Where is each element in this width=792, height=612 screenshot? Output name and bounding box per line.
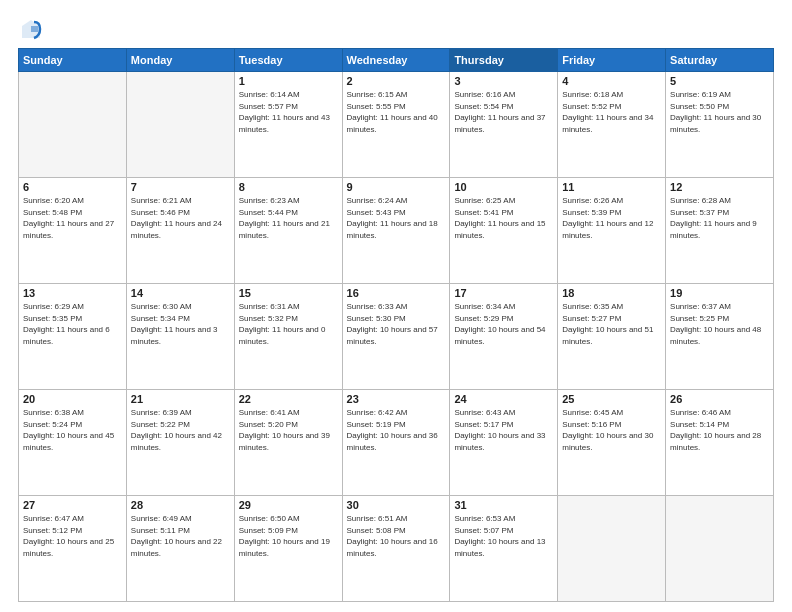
day-number: 5: [670, 75, 769, 87]
day-number: 14: [131, 287, 230, 299]
day-number: 22: [239, 393, 338, 405]
day-info: Sunrise: 6:24 AMSunset: 5:43 PMDaylight:…: [347, 195, 446, 241]
day-info: Sunrise: 6:34 AMSunset: 5:29 PMDaylight:…: [454, 301, 553, 347]
calendar-cell: 2Sunrise: 6:15 AMSunset: 5:55 PMDaylight…: [342, 72, 450, 178]
day-info: Sunrise: 6:16 AMSunset: 5:54 PMDaylight:…: [454, 89, 553, 135]
calendar-cell: 24Sunrise: 6:43 AMSunset: 5:17 PMDayligh…: [450, 390, 558, 496]
calendar-week-3: 13Sunrise: 6:29 AMSunset: 5:35 PMDayligh…: [19, 284, 774, 390]
day-info: Sunrise: 6:35 AMSunset: 5:27 PMDaylight:…: [562, 301, 661, 347]
day-number: 25: [562, 393, 661, 405]
calendar-cell: 1Sunrise: 6:14 AMSunset: 5:57 PMDaylight…: [234, 72, 342, 178]
day-info: Sunrise: 6:51 AMSunset: 5:08 PMDaylight:…: [347, 513, 446, 559]
calendar-cell: 8Sunrise: 6:23 AMSunset: 5:44 PMDaylight…: [234, 178, 342, 284]
day-info: Sunrise: 6:42 AMSunset: 5:19 PMDaylight:…: [347, 407, 446, 453]
day-info: Sunrise: 6:41 AMSunset: 5:20 PMDaylight:…: [239, 407, 338, 453]
calendar-cell: 14Sunrise: 6:30 AMSunset: 5:34 PMDayligh…: [126, 284, 234, 390]
calendar-week-5: 27Sunrise: 6:47 AMSunset: 5:12 PMDayligh…: [19, 496, 774, 602]
day-number: 15: [239, 287, 338, 299]
calendar-cell: 21Sunrise: 6:39 AMSunset: 5:22 PMDayligh…: [126, 390, 234, 496]
day-number: 3: [454, 75, 553, 87]
weekday-header-tuesday: Tuesday: [234, 49, 342, 72]
day-number: 31: [454, 499, 553, 511]
day-number: 2: [347, 75, 446, 87]
calendar-cell: [126, 72, 234, 178]
calendar-cell: 27Sunrise: 6:47 AMSunset: 5:12 PMDayligh…: [19, 496, 127, 602]
calendar-cell: 22Sunrise: 6:41 AMSunset: 5:20 PMDayligh…: [234, 390, 342, 496]
day-number: 20: [23, 393, 122, 405]
calendar-cell: 9Sunrise: 6:24 AMSunset: 5:43 PMDaylight…: [342, 178, 450, 284]
calendar-cell: 7Sunrise: 6:21 AMSunset: 5:46 PMDaylight…: [126, 178, 234, 284]
calendar-week-4: 20Sunrise: 6:38 AMSunset: 5:24 PMDayligh…: [19, 390, 774, 496]
weekday-header-thursday: Thursday: [450, 49, 558, 72]
day-number: 24: [454, 393, 553, 405]
weekday-header-row: SundayMondayTuesdayWednesdayThursdayFrid…: [19, 49, 774, 72]
day-number: 28: [131, 499, 230, 511]
calendar-cell: 28Sunrise: 6:49 AMSunset: 5:11 PMDayligh…: [126, 496, 234, 602]
day-info: Sunrise: 6:14 AMSunset: 5:57 PMDaylight:…: [239, 89, 338, 135]
day-info: Sunrise: 6:49 AMSunset: 5:11 PMDaylight:…: [131, 513, 230, 559]
calendar-cell: 30Sunrise: 6:51 AMSunset: 5:08 PMDayligh…: [342, 496, 450, 602]
day-info: Sunrise: 6:30 AMSunset: 5:34 PMDaylight:…: [131, 301, 230, 347]
calendar-cell: 3Sunrise: 6:16 AMSunset: 5:54 PMDaylight…: [450, 72, 558, 178]
calendar-table: SundayMondayTuesdayWednesdayThursdayFrid…: [18, 48, 774, 602]
day-info: Sunrise: 6:18 AMSunset: 5:52 PMDaylight:…: [562, 89, 661, 135]
day-number: 4: [562, 75, 661, 87]
weekday-header-sunday: Sunday: [19, 49, 127, 72]
calendar-week-2: 6Sunrise: 6:20 AMSunset: 5:48 PMDaylight…: [19, 178, 774, 284]
logo: [18, 18, 42, 40]
day-info: Sunrise: 6:45 AMSunset: 5:16 PMDaylight:…: [562, 407, 661, 453]
weekday-header-friday: Friday: [558, 49, 666, 72]
calendar-cell: 18Sunrise: 6:35 AMSunset: 5:27 PMDayligh…: [558, 284, 666, 390]
calendar-cell: 31Sunrise: 6:53 AMSunset: 5:07 PMDayligh…: [450, 496, 558, 602]
day-number: 26: [670, 393, 769, 405]
day-info: Sunrise: 6:26 AMSunset: 5:39 PMDaylight:…: [562, 195, 661, 241]
calendar-cell: 12Sunrise: 6:28 AMSunset: 5:37 PMDayligh…: [666, 178, 774, 284]
calendar-cell: 4Sunrise: 6:18 AMSunset: 5:52 PMDaylight…: [558, 72, 666, 178]
calendar-cell: 17Sunrise: 6:34 AMSunset: 5:29 PMDayligh…: [450, 284, 558, 390]
day-info: Sunrise: 6:31 AMSunset: 5:32 PMDaylight:…: [239, 301, 338, 347]
calendar-cell: 25Sunrise: 6:45 AMSunset: 5:16 PMDayligh…: [558, 390, 666, 496]
calendar-cell: [19, 72, 127, 178]
day-number: 23: [347, 393, 446, 405]
calendar-cell: 19Sunrise: 6:37 AMSunset: 5:25 PMDayligh…: [666, 284, 774, 390]
day-info: Sunrise: 6:46 AMSunset: 5:14 PMDaylight:…: [670, 407, 769, 453]
day-number: 12: [670, 181, 769, 193]
day-number: 8: [239, 181, 338, 193]
logo-icon: [20, 18, 42, 40]
calendar-cell: 15Sunrise: 6:31 AMSunset: 5:32 PMDayligh…: [234, 284, 342, 390]
day-number: 6: [23, 181, 122, 193]
day-number: 30: [347, 499, 446, 511]
calendar-cell: 6Sunrise: 6:20 AMSunset: 5:48 PMDaylight…: [19, 178, 127, 284]
day-info: Sunrise: 6:29 AMSunset: 5:35 PMDaylight:…: [23, 301, 122, 347]
calendar-cell: 20Sunrise: 6:38 AMSunset: 5:24 PMDayligh…: [19, 390, 127, 496]
day-info: Sunrise: 6:47 AMSunset: 5:12 PMDaylight:…: [23, 513, 122, 559]
day-number: 18: [562, 287, 661, 299]
day-number: 9: [347, 181, 446, 193]
day-number: 17: [454, 287, 553, 299]
calendar-cell: 13Sunrise: 6:29 AMSunset: 5:35 PMDayligh…: [19, 284, 127, 390]
day-info: Sunrise: 6:50 AMSunset: 5:09 PMDaylight:…: [239, 513, 338, 559]
day-number: 21: [131, 393, 230, 405]
day-number: 1: [239, 75, 338, 87]
weekday-header-wednesday: Wednesday: [342, 49, 450, 72]
day-info: Sunrise: 6:20 AMSunset: 5:48 PMDaylight:…: [23, 195, 122, 241]
day-info: Sunrise: 6:23 AMSunset: 5:44 PMDaylight:…: [239, 195, 338, 241]
day-info: Sunrise: 6:43 AMSunset: 5:17 PMDaylight:…: [454, 407, 553, 453]
calendar-cell: [558, 496, 666, 602]
day-info: Sunrise: 6:38 AMSunset: 5:24 PMDaylight:…: [23, 407, 122, 453]
header: [18, 18, 774, 40]
weekday-header-saturday: Saturday: [666, 49, 774, 72]
day-info: Sunrise: 6:33 AMSunset: 5:30 PMDaylight:…: [347, 301, 446, 347]
calendar-cell: 10Sunrise: 6:25 AMSunset: 5:41 PMDayligh…: [450, 178, 558, 284]
day-number: 13: [23, 287, 122, 299]
day-number: 27: [23, 499, 122, 511]
calendar-cell: 11Sunrise: 6:26 AMSunset: 5:39 PMDayligh…: [558, 178, 666, 284]
calendar-cell: 26Sunrise: 6:46 AMSunset: 5:14 PMDayligh…: [666, 390, 774, 496]
day-number: 10: [454, 181, 553, 193]
day-number: 19: [670, 287, 769, 299]
day-number: 29: [239, 499, 338, 511]
day-info: Sunrise: 6:28 AMSunset: 5:37 PMDaylight:…: [670, 195, 769, 241]
calendar-week-1: 1Sunrise: 6:14 AMSunset: 5:57 PMDaylight…: [19, 72, 774, 178]
calendar-cell: [666, 496, 774, 602]
calendar-cell: 29Sunrise: 6:50 AMSunset: 5:09 PMDayligh…: [234, 496, 342, 602]
